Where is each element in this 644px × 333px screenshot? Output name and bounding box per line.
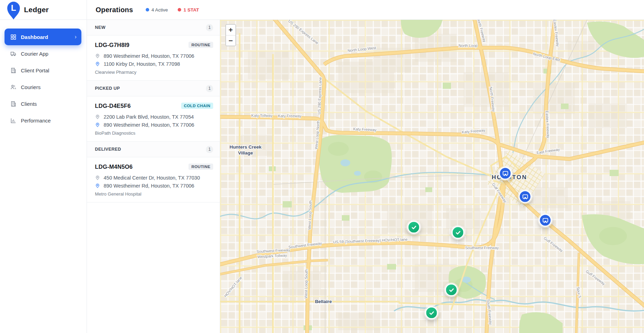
client-name: Clearview Pharmacy	[95, 70, 213, 75]
building-icon	[10, 67, 17, 74]
map-markers	[220, 20, 644, 333]
section-header-new: NEW 1	[87, 20, 220, 35]
building-icon	[10, 101, 17, 107]
topbar: Operations 4 Active 1 STAT	[87, 0, 644, 20]
stat-dot-icon	[178, 8, 181, 11]
dropoff-address: 890 Westheimer Rd, Houston, TX 77006	[95, 182, 213, 190]
active-count: 4 Active	[146, 7, 168, 13]
delivered-marker[interactable]	[452, 226, 465, 239]
users-icon	[10, 84, 17, 90]
pickup-pin-icon	[95, 53, 100, 58]
sidebar-item-couriers[interactable]: Couriers	[5, 79, 81, 95]
map[interactable]: US 290 Express LaneNorth Loop WestNorth …	[220, 20, 644, 333]
delivered-marker[interactable]	[445, 284, 458, 296]
section-header-picked-up: PICKED UP 1	[87, 81, 220, 96]
order-id: LDG-G7H8I9	[95, 42, 129, 48]
page-title: Operations	[96, 6, 133, 14]
courier-marker[interactable]	[539, 214, 552, 227]
dropoff-address-text: 890 Westheimer Rd, Houston, TX 77006	[104, 183, 194, 189]
order-card[interactable]: LDG-M4N5O6 ROUTINE 450 Medical Center Dr…	[87, 157, 220, 203]
section-count-badge: 1	[206, 24, 213, 31]
client-name: Metro General Hospital	[95, 191, 213, 197]
dropoff-pin-icon	[95, 183, 100, 188]
order-card[interactable]: LDG-D4E5F6 COLD CHAIN 2200 Lab Park Blvd…	[87, 96, 220, 142]
logo-text: Ledger	[24, 6, 49, 14]
sidebar-item-clients[interactable]: Clients	[5, 95, 81, 112]
sidebar-nav: Dashboard › Courier App Client Portal C	[0, 20, 87, 129]
stat-count: 1 STAT	[178, 7, 199, 13]
svg-text:L: L	[11, 3, 16, 13]
order-badge: COLD CHAIN	[181, 103, 213, 109]
pickup-address-text: 450 Medical Center Dr, Houston, TX 77030	[104, 175, 200, 181]
pickup-pin-icon	[95, 114, 100, 119]
active-dot-icon	[146, 8, 149, 11]
logo: L Ledger	[0, 0, 87, 20]
pickup-address: 890 Westheimer Rd, Houston, TX 77006	[95, 52, 213, 60]
pickup-address-text: 890 Westheimer Rd, Houston, TX 77006	[104, 53, 194, 59]
stat-count-label: 1 STAT	[184, 7, 199, 13]
section-name: DELIVERED	[95, 147, 121, 152]
sidebar-item-courier-app[interactable]: Courier App	[5, 45, 81, 62]
orders-panel: NEW 1 LDG-G7H8I9 ROUTINE 890 Westheimer …	[87, 20, 220, 333]
courier-marker[interactable]	[499, 167, 512, 180]
dropoff-address: 890 Westheimer Rd, Houston, TX 77006	[95, 121, 213, 129]
sidebar-item-label: Performance	[21, 118, 77, 124]
dropoff-pin-icon	[95, 122, 100, 127]
sidebar-item-label: Dashboard	[21, 34, 71, 40]
client-name: BioPath Diagnostics	[95, 130, 213, 136]
header-stats: 4 Active 1 STAT	[146, 7, 199, 13]
section-count-badge: 1	[206, 146, 213, 153]
chevron-right-icon: ›	[75, 34, 77, 40]
sidebar-item-label: Courier App	[21, 51, 77, 57]
dropoff-pin-icon	[95, 61, 100, 66]
section-name: NEW	[95, 25, 105, 30]
section-name: PICKED UP	[95, 86, 120, 91]
pickup-address-text: 2200 Lab Park Blvd, Houston, TX 77054	[104, 114, 194, 120]
sidebar-item-dashboard[interactable]: Dashboard ›	[5, 29, 81, 45]
sidebar-item-client-portal[interactable]: Client Portal	[5, 62, 81, 79]
pickup-pin-icon	[95, 175, 100, 180]
main: Operations 4 Active 1 STAT NEW 1	[87, 0, 644, 333]
dropoff-address-text: 1100 Kirby Dr, Houston, TX 77098	[104, 61, 180, 67]
zoom-in-button[interactable]: +	[226, 25, 235, 35]
delivered-marker[interactable]	[408, 221, 420, 234]
order-id: LDG-M4N5O6	[95, 164, 132, 170]
zoom-out-button[interactable]: −	[226, 35, 235, 46]
dropoff-address-text: 890 Westheimer Rd, Houston, TX 77006	[104, 122, 194, 128]
logo-pin-icon: L	[6, 1, 22, 20]
section-header-delivered: DELIVERED 1	[87, 142, 220, 157]
pickup-address: 2200 Lab Park Blvd, Houston, TX 77054	[95, 113, 213, 121]
truck-icon	[10, 50, 17, 57]
order-badge: ROUTINE	[188, 42, 213, 48]
order-badge: ROUTINE	[188, 164, 213, 170]
active-count-label: 4 Active	[152, 7, 168, 13]
sidebar: L Ledger Dashboard › Courier App	[0, 0, 87, 333]
sidebar-item-label: Couriers	[21, 84, 77, 90]
map-zoom-control: + −	[225, 24, 236, 46]
sidebar-item-label: Clients	[21, 101, 77, 107]
pickup-address: 450 Medical Center Dr, Houston, TX 77030	[95, 174, 213, 182]
dropoff-address: 1100 Kirby Dr, Houston, TX 77098	[95, 60, 213, 68]
sidebar-item-label: Client Portal	[21, 68, 77, 73]
content: NEW 1 LDG-G7H8I9 ROUTINE 890 Westheimer …	[87, 20, 644, 333]
delivered-marker[interactable]	[425, 307, 438, 319]
order-card[interactable]: LDG-G7H8I9 ROUTINE 890 Westheimer Rd, Ho…	[87, 35, 220, 81]
app: L Ledger Dashboard › Courier App	[0, 0, 644, 333]
sidebar-item-performance[interactable]: Performance	[5, 112, 81, 129]
bar-chart-icon	[10, 117, 17, 124]
courier-marker[interactable]	[519, 190, 532, 203]
dashboard-grid-icon	[10, 34, 17, 40]
order-id: LDG-D4E5F6	[95, 103, 131, 109]
section-count-badge: 1	[206, 85, 213, 92]
